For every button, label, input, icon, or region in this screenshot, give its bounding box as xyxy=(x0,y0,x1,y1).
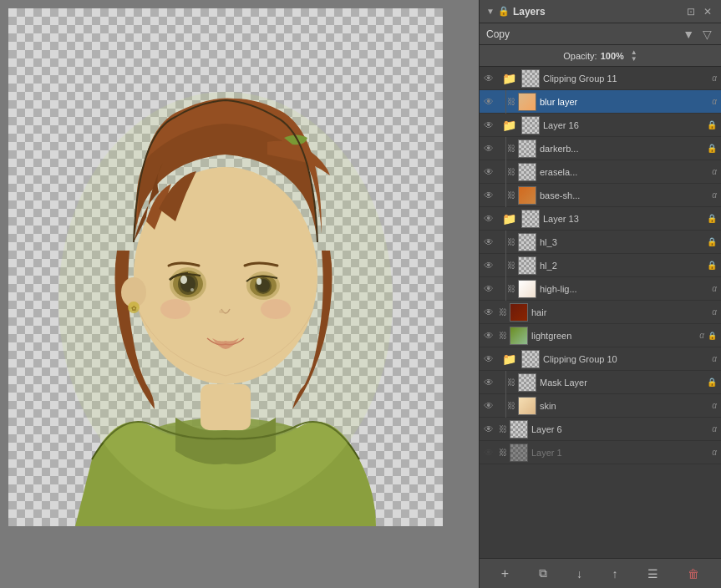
layer-group-icon: 📁 xyxy=(500,210,518,228)
layer-name: hl_2 xyxy=(538,261,706,271)
move-layer-up-button[interactable]: ↑ xyxy=(607,565,622,583)
opacity-label: Opacity: xyxy=(563,51,597,61)
layer-item[interactable]: 👁 ⛓ erasela... α xyxy=(480,160,721,184)
layer-item[interactable]: 👁 📁 Clipping Group 11 α xyxy=(480,67,721,90)
layer-item[interactable]: 👁 ⛓ hl_2 🔒 xyxy=(480,254,721,277)
layer-lock-badge: 🔒 xyxy=(706,378,718,387)
layer-thumbnail xyxy=(521,116,540,134)
copy-dropdown-button[interactable]: ▼ xyxy=(680,27,697,42)
layer-alpha-badge: α xyxy=(711,307,718,317)
layer-item[interactable]: 👁 ⛓ lightgreen α 🔒 xyxy=(480,324,721,347)
layer-name: skin xyxy=(538,401,711,411)
layer-visibility-toggle[interactable]: 👁 xyxy=(480,207,498,231)
layer-item[interactable]: 👁 ⛓ high-lig... α xyxy=(480,277,721,301)
copy-icons: ▼ ▽ xyxy=(680,27,714,42)
layer-lock-badge: 🔒 xyxy=(706,214,718,223)
layer-visibility-toggle[interactable]: 👁 xyxy=(480,324,498,347)
layer-visibility-toggle[interactable]: 👁 xyxy=(480,347,498,371)
panel-toolbar: + ⧉ ↓ ↑ ☰ 🗑 xyxy=(480,558,721,588)
layer-item[interactable]: 👁 ⛓ skin α xyxy=(480,394,721,418)
layer-item[interactable]: 👁 ⛓ Layer 1 α xyxy=(480,441,721,464)
layer-visibility-toggle[interactable]: 👁 xyxy=(480,277,498,301)
layer-indent-line xyxy=(498,137,506,160)
layer-visibility-toggle[interactable]: 👁 xyxy=(480,254,498,277)
layer-alpha-badge: α xyxy=(698,331,705,340)
layer-visibility-toggle[interactable]: 👁 xyxy=(480,90,498,114)
layer-visibility-toggle[interactable]: 👁 xyxy=(480,371,498,394)
layer-visibility-toggle[interactable]: 👁 xyxy=(480,394,498,418)
layer-item[interactable]: 👁 📁 Clipping Group 10 α xyxy=(480,347,721,371)
layer-visibility-toggle[interactable]: 👁 xyxy=(480,137,498,160)
layer-indent-line xyxy=(498,90,506,114)
layer-badges: α 🔒 xyxy=(698,331,718,340)
layer-badges: 🔒 xyxy=(706,378,718,387)
layer-alpha-badge: α xyxy=(711,354,718,363)
layer-visibility-toggle[interactable]: 👁 xyxy=(480,231,498,254)
duplicate-layer-button[interactable]: ⧉ xyxy=(534,564,552,583)
layer-item[interactable]: 👁 ⛓ hl_3 🔒 xyxy=(480,231,721,254)
layer-item[interactable]: 👁 ⛓ base-sh... α xyxy=(480,184,721,207)
layer-badges: α xyxy=(711,190,718,200)
layer-visibility-toggle[interactable]: 👁 xyxy=(480,184,498,207)
layer-alpha-badge: α xyxy=(711,284,718,293)
layers-list[interactable]: 👁 📁 Clipping Group 11 α 👁 ⛓ blur layer α… xyxy=(480,67,721,558)
layer-item[interactable]: 👁 ⛓ Mask Layer 🔒 xyxy=(480,371,721,394)
layer-visibility-toggle[interactable]: 👁 xyxy=(480,301,498,324)
layer-name: lightgreen xyxy=(530,331,698,341)
layer-thumbnail xyxy=(518,186,536,205)
layer-item[interactable]: 👁 ⛓ hair α xyxy=(480,301,721,324)
layer-item[interactable]: 👁 📁 Layer 13 🔒 xyxy=(480,207,721,231)
canvas-drawing: ✿ xyxy=(8,8,443,526)
delete-layer-button[interactable]: 🗑 xyxy=(683,565,704,583)
layer-visibility-toggle[interactable]: 👁 xyxy=(480,114,498,137)
layer-item[interactable]: 👁 ⛓ darkerb... 🔒 xyxy=(480,137,721,160)
layer-alpha-badge: α xyxy=(711,97,718,106)
layer-chain-icon: ⛓ xyxy=(507,401,515,410)
layer-badges: 🔒 xyxy=(706,144,718,153)
layer-badges: α xyxy=(711,284,718,293)
layer-lock-badge: 🔒 xyxy=(707,332,718,340)
layer-item[interactable]: 👁 ⛓ blur layer α xyxy=(480,90,721,114)
layer-properties-button[interactable]: ☰ xyxy=(642,565,663,583)
layer-alpha-badge: α xyxy=(711,448,718,457)
layer-lock-badge: 🔒 xyxy=(706,261,718,270)
add-layer-button[interactable]: + xyxy=(496,564,514,584)
layer-thumbnail xyxy=(518,256,536,275)
layer-badges: 🔒 xyxy=(706,120,718,129)
layer-item[interactable]: 👁 ⛓ Layer 6 α xyxy=(480,418,721,441)
layer-visibility-toggle[interactable]: 👁 xyxy=(480,441,498,464)
layer-indent-line xyxy=(498,277,506,301)
layer-chain-icon: ⛓ xyxy=(507,284,515,293)
layer-badges: 🔒 xyxy=(706,261,718,270)
layer-thumbnail xyxy=(518,139,536,158)
layer-name: Layer 13 xyxy=(541,214,706,224)
panel-collapse-icon[interactable]: ▼ xyxy=(486,7,495,16)
layer-thumbnail xyxy=(518,233,536,251)
copy-filter-button[interactable]: ▽ xyxy=(700,27,714,42)
layer-name: hl_3 xyxy=(538,237,706,247)
move-layer-down-button[interactable]: ↓ xyxy=(571,565,587,583)
layer-chain-icon: ⛓ xyxy=(507,144,515,153)
layer-badges: α xyxy=(711,401,718,410)
layer-name: hair xyxy=(530,307,711,317)
layer-lock-badge: 🔒 xyxy=(706,237,718,246)
layer-badges: α xyxy=(711,74,718,83)
layer-chain-icon: ⛓ xyxy=(507,190,515,200)
panel-title: Layers xyxy=(513,6,546,18)
layer-group-icon: 📁 xyxy=(500,69,518,88)
layer-visibility-toggle[interactable]: 👁 xyxy=(480,160,498,184)
canvas-area: ✿ xyxy=(0,0,479,588)
opacity-down-arrow[interactable]: ▼ xyxy=(631,56,637,63)
layer-visibility-toggle[interactable]: 👁 xyxy=(480,67,498,90)
layer-thumbnail xyxy=(521,210,540,228)
layer-item[interactable]: 👁 📁 Layer 16 🔒 xyxy=(480,114,721,137)
panel-undock-button[interactable]: ⊡ xyxy=(684,5,698,18)
layer-thumbnail xyxy=(518,397,536,415)
panel-menu-button[interactable]: ✕ xyxy=(701,5,714,18)
layer-visibility-toggle[interactable]: 👁 xyxy=(480,418,498,441)
opacity-value[interactable]: 100% xyxy=(601,51,624,61)
layer-alpha-badge: α xyxy=(711,401,718,410)
panel-title-row: ▼ 🔒 Layers xyxy=(486,6,546,18)
layer-chain-icon: ⛓ xyxy=(507,261,515,270)
layer-name: Layer 1 xyxy=(530,448,711,458)
